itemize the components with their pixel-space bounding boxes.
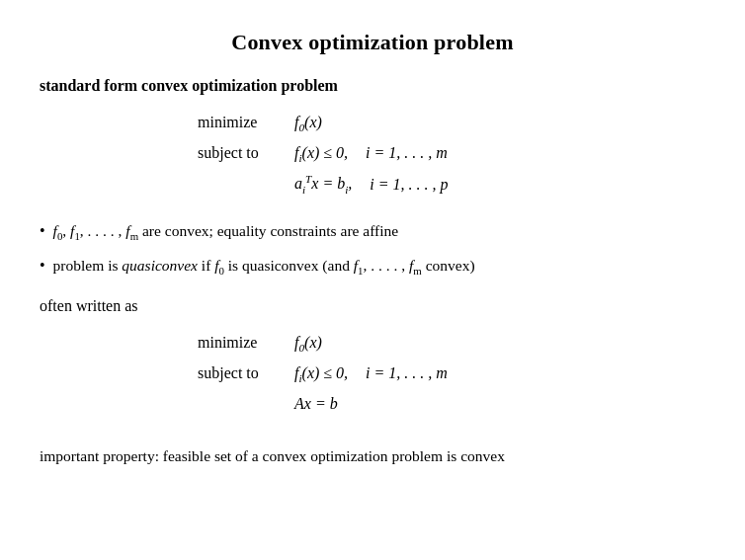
minimize-keyword-2: minimize [198,329,287,356]
bullet-section: • f0, f1, . . . . , fm are convex; equal… [40,219,705,280]
subject-row-1: subject to fi(x) ≤ 0, i = 1, . . . , m [198,139,705,168]
minimize-row-2: minimize f0(x) [198,329,705,358]
minimize-keyword-1: minimize [198,109,287,135]
bullet-item-2: • problem is quasiconvex if f0 is quasic… [40,254,705,279]
section1-label: standard form convex optimization proble… [40,77,705,95]
subject-row-2: subject to fi(x) ≤ 0, i = 1, . . . , m [198,360,705,388]
constraint2-expr-1: aiTx = bi, [294,170,352,200]
often-label: often written as [40,297,705,315]
bullet-text-1: f0, f1, . . . . , fm are convex; equalit… [53,219,399,244]
constraint1-expr-2: fi(x) ≤ 0, [294,360,348,388]
constraint2-expr-2: Ax = b [294,390,338,417]
math-block-2: minimize f0(x) subject to fi(x) ≤ 0, i =… [198,329,705,418]
bullet-dot-1: • [40,219,45,243]
constraint2-range-1: i = 1, . . . , p [370,171,448,198]
constraint1-range-2: i = 1, . . . , m [366,360,448,386]
constraint2-row-1: aiTx = bi, i = 1, . . . , p [198,170,705,200]
constraint1-range-1: i = 1, . . . , m [366,139,448,166]
minimize-expr-1: f0(x) [294,109,322,137]
math-block-1: minimize f0(x) subject to fi(x) ≤ 0, i =… [198,109,705,200]
bullet-dot-2: • [40,254,45,278]
constraint1-expr-1: fi(x) ≤ 0, [294,139,348,168]
page-title: Convex optimization problem [40,30,705,55]
important-note: important property: feasible set of a co… [40,444,705,467]
subject-keyword-2: subject to [198,360,287,386]
minimize-expr-2: f0(x) [294,329,322,358]
constraint2-row-2: Ax = b [198,390,705,417]
bullet-item-1: • f0, f1, . . . . , fm are convex; equal… [40,219,705,244]
bullet-text-2: problem is quasiconvex if f0 is quasicon… [53,254,475,279]
subject-keyword-1: subject to [198,139,287,166]
minimize-row-1: minimize f0(x) [198,109,705,137]
